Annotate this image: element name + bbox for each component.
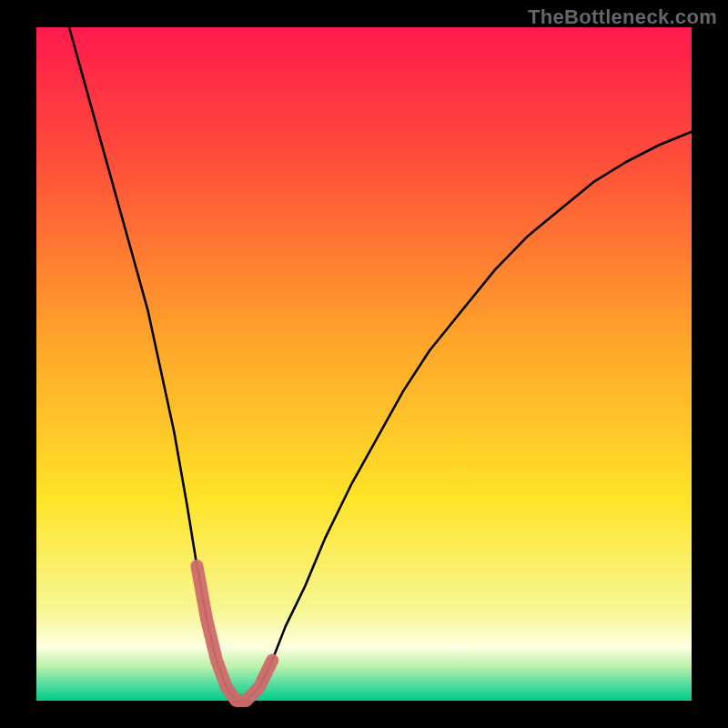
chart-container: TheBottleneck.com bbox=[0, 0, 728, 728]
plot-background bbox=[36, 27, 692, 701]
watermark-text: TheBottleneck.com bbox=[528, 5, 717, 29]
chart-svg bbox=[0, 0, 728, 728]
